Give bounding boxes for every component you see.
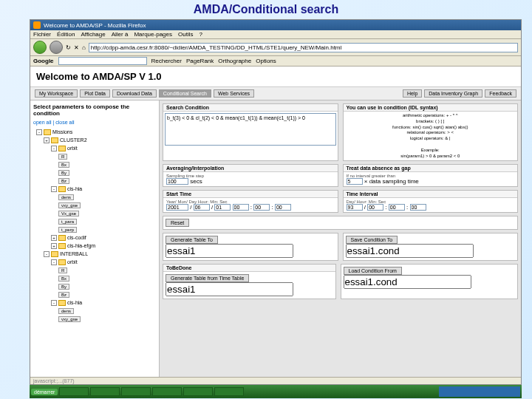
load-condition-name[interactable] xyxy=(344,275,471,289)
tree-leaf[interactable]: vxy_gse xyxy=(58,202,81,208)
home-icon[interactable]: ⌂ xyxy=(82,44,86,51)
url-input[interactable] xyxy=(89,43,518,52)
tree-toggle-icon[interactable]: - xyxy=(44,251,50,257)
tree-leaf[interactable]: Vx_gse xyxy=(58,211,79,216)
gbar-spellcheck[interactable]: Orthographe xyxy=(218,58,251,64)
tree-leaf[interactable]: Bz xyxy=(58,292,69,298)
tab-inventory[interactable]: Data Inventory Graph xyxy=(424,89,482,98)
averaging-panel: Averaging/Interpolation Sampling time st… xyxy=(163,164,338,187)
firefox-icon xyxy=(33,21,41,29)
tree-leaf[interactable]: vxy_gse xyxy=(58,316,81,322)
start-button[interactable]: démarrer xyxy=(31,389,58,395)
tree-label[interactable]: cis-hia xyxy=(67,186,82,191)
gap-title: Treat data absence as gap xyxy=(344,165,518,172)
gen-from-tt-name[interactable] xyxy=(166,282,293,296)
min-input[interactable] xyxy=(253,204,270,211)
gap-value-input[interactable] xyxy=(347,178,363,185)
tab-plot[interactable]: Plot Data xyxy=(80,89,110,98)
menu-tools[interactable]: Outils xyxy=(178,31,193,38)
tree-label[interactable]: Missions xyxy=(52,129,72,134)
task-item[interactable] xyxy=(90,387,120,396)
system-tray[interactable] xyxy=(439,386,520,397)
gen-from-tt-button[interactable]: Generate Table from Time Table xyxy=(166,274,249,282)
tree-leaf[interactable]: By xyxy=(58,284,69,290)
tree-toggle-icon[interactable]: - xyxy=(51,146,57,151)
window-title: Welcome to AMDA/SP - Mozilla Firefox xyxy=(44,22,146,29)
day-input[interactable] xyxy=(214,204,231,211)
tree-leaf[interactable]: dens xyxy=(58,308,74,314)
tree-label[interactable]: CLUSTER2 xyxy=(60,137,87,143)
condition-input[interactable]: b_t(3) < 0 & cl_t(2) < 0 & mean(c1_t(1))… xyxy=(165,113,336,146)
tree-leaf[interactable]: Bx xyxy=(58,276,69,282)
tree-toggle-icon[interactable]: + xyxy=(51,243,57,249)
tab-conditional-search[interactable]: Conditional Search xyxy=(159,89,211,98)
task-item[interactable] xyxy=(183,387,213,396)
task-item[interactable] xyxy=(152,387,182,396)
tab-webservices[interactable]: Web Services xyxy=(214,89,254,98)
tree-leaf[interactable]: R xyxy=(58,154,67,160)
generate-table-name[interactable] xyxy=(166,244,293,258)
tree-label[interactable]: orbit xyxy=(67,259,78,265)
tree-leaf[interactable]: dens xyxy=(58,194,74,200)
sidebar: Select parameters to compose the conditi… xyxy=(30,100,160,377)
address-bar xyxy=(89,43,518,52)
tab-feedback[interactable]: Feedback xyxy=(485,89,516,98)
tab-help[interactable]: Help xyxy=(403,89,422,98)
tree-leaf[interactable]: t_perp xyxy=(58,227,77,233)
generate-table-button[interactable]: Generate Table To xyxy=(166,236,218,244)
save-condition-name[interactable] xyxy=(346,244,474,258)
tree-leaf[interactable]: R xyxy=(58,267,67,273)
task-item[interactable] xyxy=(59,387,89,396)
task-item[interactable] xyxy=(214,387,244,396)
menu-edit[interactable]: Édition xyxy=(57,31,75,38)
tree-label[interactable]: cis-codif xyxy=(67,235,86,240)
tree-toggle-icon[interactable]: - xyxy=(51,186,57,192)
reload-icon[interactable]: ↻ xyxy=(66,44,71,51)
google-toolbar: Google Rechercher PageRank Orthographe O… xyxy=(30,56,521,66)
year-input[interactable] xyxy=(166,204,188,211)
tree-label[interactable]: cis-hia xyxy=(67,300,82,305)
int-hour-input[interactable] xyxy=(367,204,383,211)
back-button[interactable] xyxy=(33,41,47,54)
menu-view[interactable]: Affichage xyxy=(81,31,105,38)
load-cond-row: Load Condition From xyxy=(341,264,519,299)
menu-go[interactable]: Aller à xyxy=(112,31,129,38)
hour-input[interactable] xyxy=(233,204,249,211)
int-min-input[interactable] xyxy=(389,204,405,211)
google-search-input[interactable] xyxy=(58,57,147,65)
gbar-options[interactable]: Options xyxy=(256,58,276,64)
tree-leaf[interactable]: Bx xyxy=(58,162,69,168)
tree-leaf[interactable]: By xyxy=(58,170,69,176)
tree-label[interactable]: orbit xyxy=(67,146,78,151)
sampling-step-input[interactable] xyxy=(166,178,188,185)
gbar-search[interactable]: Rechercher xyxy=(151,58,182,64)
load-condition-button[interactable]: Load Condition From xyxy=(344,267,402,275)
tree-leaf[interactable]: Bz xyxy=(58,178,69,184)
tree-leaf[interactable]: t_para xyxy=(58,219,77,225)
tree-label[interactable]: cis-hia-efgm xyxy=(67,243,95,248)
reset-button[interactable]: Reset xyxy=(166,219,189,227)
tree-label[interactable]: INTERBALL xyxy=(60,251,88,256)
forward-button[interactable] xyxy=(50,41,63,54)
tree-toggle-icon[interactable]: - xyxy=(36,129,42,135)
int-sec-input[interactable] xyxy=(410,204,426,211)
expand-links[interactable]: open all | close all xyxy=(33,120,156,125)
tree-toggle-icon[interactable]: - xyxy=(51,300,57,306)
menu-bookmarks[interactable]: Marque-pages xyxy=(134,31,172,38)
tab-workspace[interactable]: My Workspace xyxy=(35,89,78,98)
sec-input[interactable] xyxy=(275,204,291,211)
task-item[interactable] xyxy=(121,387,151,396)
tree-toggle-icon[interactable]: - xyxy=(51,259,57,265)
tree-toggle-icon[interactable]: + xyxy=(51,235,57,241)
save-condition-button[interactable]: Save Condition To xyxy=(346,236,398,244)
page-content: Welcome to AMDA/SP V 1.0 My Workspace Pl… xyxy=(30,66,521,377)
menu-help[interactable]: ? xyxy=(199,31,202,38)
gbar-pagerank[interactable]: PageRank xyxy=(186,58,214,64)
month-input[interactable] xyxy=(194,204,210,211)
tab-download[interactable]: Download Data xyxy=(112,89,157,98)
menu-file[interactable]: Fichier xyxy=(33,31,51,38)
stop-icon[interactable]: ✕ xyxy=(74,44,79,51)
tree-toggle-icon[interactable]: + xyxy=(44,137,50,143)
int-day-input[interactable] xyxy=(347,204,363,211)
folder-icon xyxy=(58,146,66,151)
